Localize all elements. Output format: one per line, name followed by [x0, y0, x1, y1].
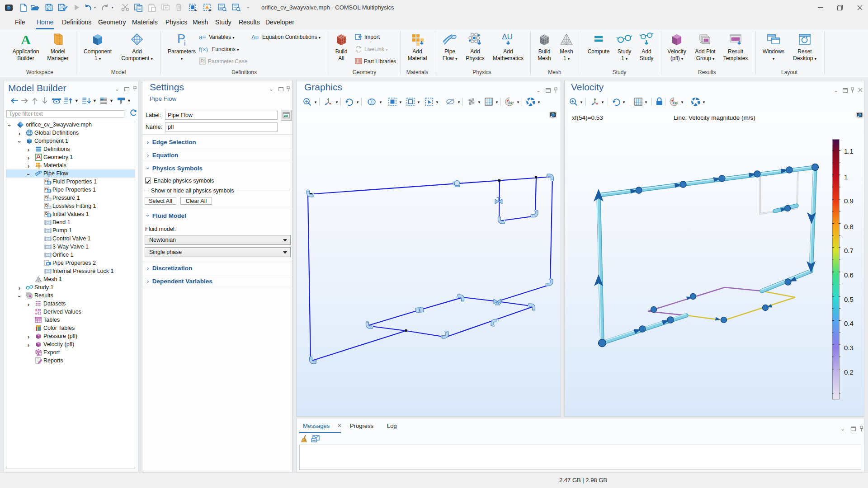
- svg-text:Pi: Pi: [201, 59, 205, 64]
- svg-text:a=: a=: [199, 34, 206, 40]
- svg-text:f(×): f(×): [199, 46, 208, 52]
- svg-text:Δu: Δu: [251, 34, 259, 40]
- svg-text:8.85: 8.85: [35, 309, 41, 312]
- svg-text:A: A: [21, 32, 31, 47]
- svg-text:ΔU: ΔU: [502, 33, 513, 41]
- svg-text:i: i: [184, 39, 186, 47]
- svg-text:e-12: e-12: [35, 312, 41, 315]
